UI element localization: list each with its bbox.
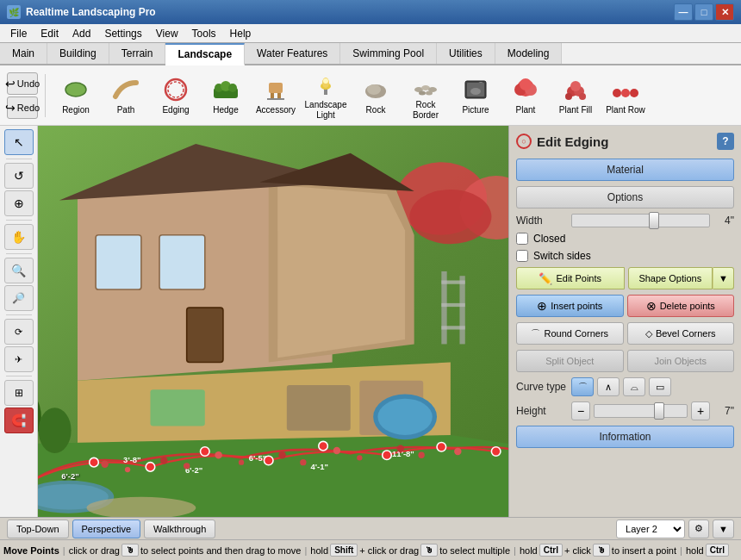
close-btn[interactable]: ✕	[715, 3, 734, 21]
menu-file[interactable]: File	[3, 26, 34, 41]
shape-options-button[interactable]: Shape Options	[628, 267, 713, 289]
curve-type-btn-1[interactable]: ⌒	[571, 377, 594, 396]
svg-text:3'-8": 3'-8"	[123, 455, 141, 464]
insert-points-button[interactable]: ⊕ Insert points	[516, 295, 624, 317]
window-controls[interactable]: — □ ✕	[674, 3, 734, 21]
height-slider[interactable]	[594, 404, 688, 418]
menu-settings[interactable]: Settings	[97, 26, 148, 41]
dropdown-arrow-icon: ▼	[719, 273, 728, 283]
orbit-btn[interactable]: ⟳	[4, 319, 34, 345]
pan-tool-btn[interactable]: ✋	[4, 224, 34, 250]
redo-button[interactable]: ↪ Redo	[7, 96, 38, 119]
join-objects-button[interactable]: Join Objects	[627, 350, 735, 372]
curve-type-btn-3[interactable]: ⌓	[623, 377, 645, 396]
tab-terrain[interactable]: Terrain	[109, 43, 166, 64]
perspective-btn[interactable]: Perspective	[72, 520, 140, 538]
shape-options-dropdown-btn[interactable]: ▼	[713, 267, 734, 289]
tool-path[interactable]: Path	[103, 70, 149, 121]
tab-modeling[interactable]: Modeling	[495, 43, 563, 64]
status-sep-3: |	[514, 545, 516, 556]
menu-edit[interactable]: Edit	[34, 26, 65, 41]
svg-marker-60	[38, 435, 508, 517]
canvas-area[interactable]: 6'-2" 3'-8" 6'-2" 6'-5" 4'-1" 11'-8"	[38, 126, 508, 517]
accessory-icon	[262, 76, 290, 103]
help-button[interactable]: ?	[717, 133, 734, 150]
bevel-corners-button[interactable]: ◇ Bevel Corners	[627, 322, 735, 345]
svg-marker-59	[359, 449, 508, 517]
menu-add[interactable]: Add	[65, 26, 97, 41]
svg-point-81	[239, 459, 244, 464]
menu-view[interactable]: View	[149, 26, 185, 41]
height-slider-thumb[interactable]	[654, 402, 664, 420]
svg-point-80	[215, 451, 221, 458]
edit-points-icon: ✏️	[539, 272, 552, 285]
svg-text:6'-2": 6'-2"	[61, 471, 79, 481]
menu-tools[interactable]: Tools	[185, 26, 223, 41]
svg-point-73	[383, 451, 392, 460]
information-button[interactable]: Information	[516, 426, 734, 448]
switch-sides-checkbox[interactable]	[516, 250, 528, 262]
svg-point-32	[570, 81, 581, 91]
delete-icon: ⊗	[646, 299, 657, 313]
picture-icon	[462, 76, 489, 103]
select-tool-btn[interactable]: ↖	[4, 129, 34, 155]
walkthrough-btn[interactable]: Walkthrough	[144, 520, 215, 538]
measure-tool-btn[interactable]: ⊕	[4, 190, 34, 216]
status-text-5: to select multiple	[439, 545, 510, 556]
svg-rect-48	[96, 235, 141, 289]
tool-rock-border[interactable]: Rock Border	[402, 70, 449, 121]
tab-swimming-pool[interactable]: Swimming Pool	[340, 43, 437, 64]
closed-label: Closed	[533, 233, 565, 245]
delete-points-button[interactable]: ⊗ Delete points	[627, 295, 735, 317]
edit-points-button[interactable]: ✏️ Edit Points	[516, 267, 625, 289]
maximize-btn[interactable]: □	[694, 3, 713, 21]
scene-container[interactable]: 6'-2" 3'-8" 6'-2" 6'-5" 4'-1" 11'-8"	[38, 126, 508, 517]
menu-help[interactable]: Help	[223, 26, 258, 41]
tool-edging[interactable]: Edging	[153, 70, 199, 121]
status-text-3: hold	[310, 545, 328, 556]
tool-landscape-light[interactable]: Landscape Light	[302, 70, 349, 121]
snap-btn[interactable]: 🧲	[4, 408, 34, 433]
rotate-tool-btn[interactable]: ↺	[4, 163, 34, 189]
svg-point-33	[565, 93, 572, 100]
menu-bar: File Edit Add Settings View Tools Help	[0, 24, 741, 43]
layer-dropdown-btn[interactable]: ▼	[713, 520, 734, 538]
svg-text:4'-1": 4'-1"	[311, 462, 329, 471]
height-plus-btn[interactable]: +	[691, 401, 710, 420]
zoom-out-btn[interactable]: 🔎	[4, 285, 34, 311]
closed-checkbox[interactable]	[516, 233, 528, 245]
tool-accessory[interactable]: Accessory	[252, 70, 299, 121]
tool-plant-row[interactable]: Plant Row	[602, 70, 649, 121]
width-slider-thumb[interactable]	[649, 212, 659, 229]
tab-water-features[interactable]: Water Features	[245, 43, 340, 64]
curve-type-btn-2[interactable]: ∧	[597, 377, 620, 396]
tab-landscape[interactable]: Landscape	[165, 43, 245, 65]
undo-button[interactable]: ↩ Undo	[7, 72, 38, 95]
status-sep-2: |	[304, 545, 307, 556]
split-object-button[interactable]: Split Object	[516, 350, 624, 372]
tab-building[interactable]: Building	[47, 43, 109, 64]
height-minus-btn[interactable]: −	[571, 401, 590, 420]
tool-hedge[interactable]: Hedge	[202, 70, 249, 121]
tab-main[interactable]: Main	[0, 43, 47, 64]
minimize-btn[interactable]: —	[674, 3, 693, 21]
svg-rect-9	[277, 93, 281, 98]
width-slider[interactable]	[571, 214, 710, 227]
layer-settings-btn[interactable]: ⚙	[688, 520, 709, 538]
fly-btn[interactable]: ✈	[4, 346, 34, 372]
tool-region[interactable]: Region	[53, 70, 99, 121]
options-button[interactable]: Options	[516, 186, 734, 208]
tab-utilities[interactable]: Utilities	[437, 43, 495, 64]
curve-type-btn-4[interactable]: ▭	[649, 377, 671, 396]
round-corners-button[interactable]: ⌒ Round Corners	[516, 322, 624, 345]
tool-plant[interactable]: Plant	[502, 70, 549, 121]
tool-plant-fill[interactable]: Plant Fill	[552, 70, 599, 121]
layer-select[interactable]: Layer 2	[616, 520, 685, 538]
tool-picture[interactable]: Picture	[452, 70, 499, 121]
zoom-in-btn[interactable]: 🔍	[4, 258, 34, 283]
material-button[interactable]: Material	[516, 159, 734, 181]
status-sep-4: |	[680, 545, 682, 556]
top-down-btn[interactable]: Top-Down	[7, 520, 69, 538]
tool-rock[interactable]: Rock	[352, 70, 399, 121]
grid-btn[interactable]: ⊞	[4, 380, 34, 406]
